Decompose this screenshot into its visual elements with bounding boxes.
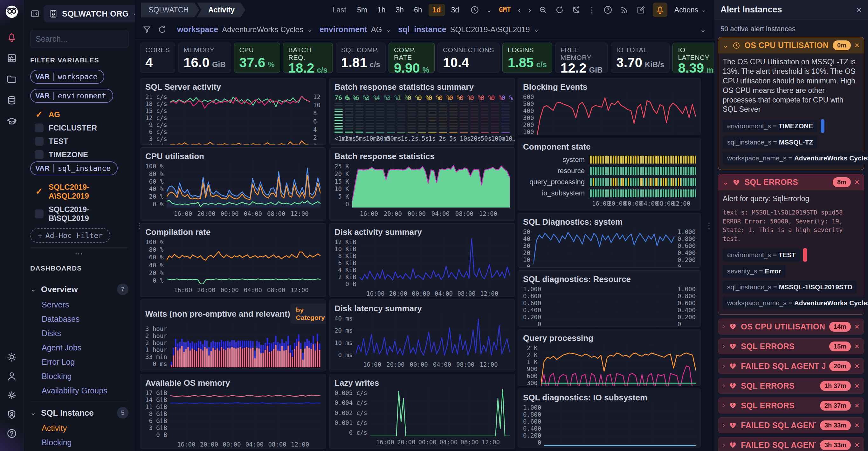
adhoc-filter-button[interactable]: + Ad-Hoc Filter bbox=[30, 228, 110, 243]
close-icon[interactable]: × bbox=[855, 341, 860, 351]
alert-card-collapsed[interactable]: ›FAILED SQL AGENT JOBS20m× bbox=[718, 358, 864, 374]
close-icon[interactable]: × bbox=[855, 177, 860, 187]
collapse-sidebar-icon[interactable] bbox=[30, 9, 40, 19]
sidebar-item-blocking[interactable]: Blocking bbox=[30, 369, 128, 384]
close-icon[interactable]: × bbox=[855, 381, 860, 391]
profile-icon[interactable] bbox=[4, 369, 19, 384]
org-switcher-button[interactable]: SQLWATCH ORG ⌄ bbox=[43, 5, 135, 22]
sidebar-item-disks[interactable]: Disks bbox=[30, 326, 128, 341]
var-pill-workspace[interactable]: VARworkspace bbox=[30, 70, 104, 84]
alert-card-header[interactable]: ⌄OS CPU UTILISATION0m× bbox=[718, 37, 864, 54]
help-icon[interactable] bbox=[4, 426, 19, 441]
filter-option[interactable]: ✓AG bbox=[30, 108, 128, 121]
breadcrumb-activity[interactable]: Activity bbox=[197, 3, 245, 18]
alert-tag: workspace_name_s = AdventureWorks Cycles bbox=[723, 297, 868, 309]
sidebar-item-agent-jobs[interactable]: Agent Jobs bbox=[30, 341, 128, 355]
filter-option[interactable]: FCICLUSTER bbox=[30, 121, 128, 135]
led-cell bbox=[408, 130, 416, 130]
panel-header: CPU utilisation bbox=[145, 151, 320, 161]
sidebar-section-handle[interactable]: ⋯ bbox=[30, 247, 128, 259]
auto-refresh-off-icon[interactable] bbox=[571, 5, 581, 15]
sidebar-item-requests[interactable]: Requests bbox=[30, 450, 128, 451]
alert-card-collapsed[interactable]: ›OS CPU UTILISATION14m× bbox=[718, 318, 864, 335]
state-cell bbox=[655, 178, 656, 186]
folders-icon[interactable] bbox=[4, 72, 19, 87]
settings-gear-icon[interactable] bbox=[4, 388, 19, 403]
time-range-1h[interactable]: 1h bbox=[374, 4, 390, 16]
sidebar-item-error-log[interactable]: Error Log bbox=[30, 355, 128, 369]
more-options-icon[interactable]: ⋮ bbox=[588, 5, 596, 15]
time-range-3d[interactable]: 3d bbox=[447, 4, 463, 16]
close-icon[interactable]: × bbox=[855, 440, 860, 450]
zoom-out-icon[interactable] bbox=[538, 5, 548, 15]
learn-icon[interactable] bbox=[4, 114, 19, 129]
state-cell bbox=[595, 167, 596, 175]
alert-card-collapsed[interactable]: ›SQL ERRORS2h 37m× bbox=[718, 397, 864, 414]
help-circle-icon[interactable] bbox=[603, 5, 613, 15]
breadcrumb-sqlwatch[interactable]: SQLWATCH bbox=[141, 3, 199, 18]
chart-body: 2 K2 K1 K9006003000-30016:0020:0000:0004… bbox=[523, 344, 696, 383]
refresh-icon[interactable] bbox=[555, 5, 564, 15]
var-pill-sql_instance[interactable]: VARsql_instance bbox=[30, 161, 118, 175]
time-range-5m[interactable]: 5m bbox=[353, 4, 371, 16]
sync-icon[interactable] bbox=[157, 25, 167, 34]
dashboard-section-header[interactable]: ⌄Overview7 bbox=[30, 281, 128, 298]
toggle-option[interactable]: by Category bbox=[291, 305, 326, 323]
dashboards-icon[interactable] bbox=[4, 51, 19, 65]
time-range-3h[interactable]: 3h bbox=[392, 4, 408, 16]
filter-workspace[interactable]: workspaceAdventureWorks Cycles⌄ bbox=[177, 25, 313, 34]
sqlwatch-logo-icon[interactable] bbox=[4, 4, 19, 19]
filter-option[interactable]: TIMEZONE bbox=[30, 148, 128, 161]
alert-card-collapsed[interactable]: ›SQL ERRORS15m× bbox=[718, 338, 864, 354]
filter-option[interactable]: SQLC2019-B\SQL2019 bbox=[30, 203, 128, 225]
filter-environment[interactable]: environmentAG⌄ bbox=[319, 25, 391, 34]
notifications-bell-icon[interactable] bbox=[653, 3, 668, 17]
close-icon[interactable]: × bbox=[855, 322, 860, 332]
time-picker-chevron-icon[interactable]: ⌄ bbox=[487, 6, 492, 14]
sidebar-resize-handle[interactable]: ⋮ bbox=[135, 224, 144, 227]
alerting-bell-icon[interactable] bbox=[4, 30, 19, 45]
close-icon[interactable]: × bbox=[855, 40, 860, 50]
live-stream-icon[interactable] bbox=[620, 5, 629, 15]
sidebar-item-databases[interactable]: Databases bbox=[30, 312, 128, 326]
time-shift-back-icon[interactable]: ‹ bbox=[518, 4, 521, 15]
alert-card-header[interactable]: ⌄SQL ERRORS8m× bbox=[718, 174, 864, 190]
datasources-icon[interactable] bbox=[4, 93, 19, 108]
time-shift-forward-icon[interactable]: › bbox=[528, 4, 531, 15]
led-percent-label: 1 % bbox=[397, 94, 405, 104]
edit-panel-icon[interactable] bbox=[636, 5, 646, 15]
timezone-button[interactable]: GMT bbox=[499, 6, 511, 14]
close-icon[interactable]: × bbox=[855, 420, 860, 430]
led-cell bbox=[501, 104, 510, 104]
close-icon[interactable]: × bbox=[855, 401, 860, 411]
time-picker-clock-icon[interactable] bbox=[470, 5, 479, 15]
admin-shield-icon[interactable] bbox=[4, 407, 19, 422]
alerts-resize-handle[interactable]: ⋮ bbox=[705, 224, 713, 227]
time-range-6h[interactable]: 6h bbox=[410, 4, 426, 16]
collapse-filters-chevron-icon[interactable]: ⌄ bbox=[700, 25, 706, 34]
theme-sun-icon[interactable] bbox=[4, 350, 19, 364]
actions-menu-button[interactable]: Actions ⌄ bbox=[674, 6, 706, 14]
y-tick: 10 bbox=[523, 256, 530, 263]
filter-option[interactable]: TEST bbox=[30, 135, 128, 148]
filter-option[interactable]: ✓SQLC2019-A\SQL2019 bbox=[30, 180, 128, 203]
dashboard-section-header[interactable]: ⌄SQL Instance5 bbox=[30, 404, 128, 421]
y-tick: 6 KiB bbox=[338, 259, 356, 266]
alert-card-expanded[interactable]: ⌄SQL ERRORS8m×Alert for query: SqlErrorl… bbox=[718, 174, 864, 315]
var-pill-environment[interactable]: VARenvironment bbox=[30, 89, 113, 103]
sidebar-item-availability-groups[interactable]: Availability Groups bbox=[30, 384, 128, 398]
search-input[interactable] bbox=[30, 30, 128, 48]
filter-sql_instance[interactable]: sql_instanceSQLC2019-A\SQL2019⌄ bbox=[398, 25, 539, 34]
alert-card-collapsed[interactable]: ›FAILED SQL AGENT JOBS3h 33m× bbox=[718, 417, 864, 433]
alert-card-expanded[interactable]: ⌄OS CPU UTILISATION0m×The OS CPU Utilisa… bbox=[718, 37, 864, 170]
led-percent-label: 0 % bbox=[470, 94, 478, 104]
close-icon[interactable]: × bbox=[855, 361, 860, 371]
sidebar-item-activity[interactable]: Activity bbox=[30, 421, 128, 435]
sidebar-item-servers[interactable]: Servers bbox=[30, 298, 128, 312]
time-range-1d[interactable]: 1d bbox=[429, 4, 445, 16]
alert-card-collapsed[interactable]: ›SQL ERRORS1h 37m× bbox=[718, 378, 864, 394]
sidebar-item-blocking[interactable]: Blocking bbox=[30, 435, 128, 450]
alert-card-collapsed[interactable]: ›FAILED SQL AGENT JOBS3h 33m× bbox=[718, 437, 864, 451]
close-alerts-icon[interactable]: × bbox=[856, 4, 862, 15]
funnel-icon[interactable] bbox=[142, 25, 152, 34]
